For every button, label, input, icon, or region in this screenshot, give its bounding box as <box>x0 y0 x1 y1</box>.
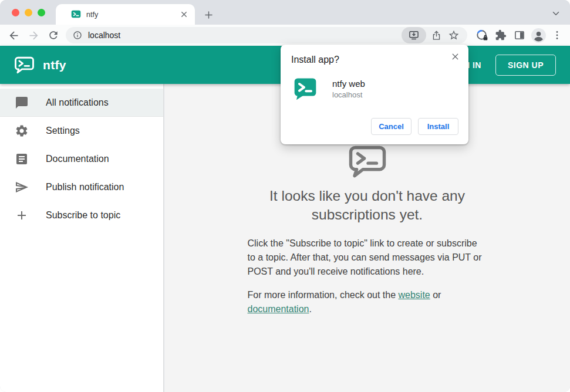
tab-search-chevron-icon[interactable] <box>550 8 562 19</box>
close-window-button[interactable] <box>12 9 19 16</box>
share-icon[interactable] <box>429 28 444 43</box>
new-tab-button[interactable] <box>202 8 215 21</box>
more-info-prefix: For more information, check out the <box>248 290 399 300</box>
sidebar-item-all-notifications[interactable]: All notifications <box>0 89 163 117</box>
sidebar-nav: All notifications Settings Documentation… <box>0 84 164 392</box>
ntfy-logo-icon <box>14 56 35 74</box>
article-icon <box>15 152 29 166</box>
gear-icon <box>15 124 29 138</box>
maximize-window-button[interactable] <box>38 9 45 16</box>
install-app-icon[interactable] <box>402 27 426 43</box>
bookmark-star-icon[interactable] <box>446 28 461 43</box>
side-panel-icon[interactable] <box>511 27 528 43</box>
forward-icon[interactable] <box>26 28 41 43</box>
website-link[interactable]: website <box>399 290 430 300</box>
window-controls <box>12 9 45 16</box>
profile-avatar[interactable] <box>530 27 547 43</box>
extensions-puzzle-icon[interactable] <box>493 27 509 43</box>
tab-title: ntfy <box>86 11 178 19</box>
browser-tab-ntfy[interactable]: ntfy <box>56 4 195 25</box>
cancel-button[interactable]: Cancel <box>371 118 412 135</box>
address-url[interactable]: localhost <box>88 31 402 40</box>
sidebar-item-settings[interactable]: Settings <box>0 117 163 145</box>
sidebar-item-publish-notification[interactable]: Publish notification <box>0 173 163 201</box>
sidebar-item-label: Settings <box>46 126 80 136</box>
dialog-close-icon[interactable] <box>449 50 461 62</box>
ntfy-app-icon <box>294 77 317 100</box>
browser-menu-kebab-icon[interactable] <box>549 27 565 43</box>
password-manager-extension-icon[interactable] <box>474 27 490 43</box>
sidebar-item-label: Publish notification <box>46 182 124 192</box>
more-info-middle: or <box>430 290 441 300</box>
sidebar-item-documentation[interactable]: Documentation <box>0 145 163 173</box>
sign-up-button[interactable]: SIGN UP <box>495 55 556 76</box>
documentation-link[interactable]: documentation <box>248 304 309 314</box>
extensions-area <box>471 27 570 43</box>
sidebar-item-subscribe-to-topic[interactable]: Subscribe to topic <box>0 201 163 229</box>
install-app-origin: localhost <box>332 90 365 99</box>
ntfy-brand: ntfy <box>14 56 66 74</box>
browser-window: ntfy localhost <box>0 0 570 392</box>
install-button[interactable]: Install <box>418 118 458 135</box>
install-dialog-title: Install app? <box>291 55 458 65</box>
sidebar-item-label: Subscribe to topic <box>46 210 120 221</box>
brand-name: ntfy <box>43 58 66 72</box>
send-icon <box>15 180 29 194</box>
site-info-icon[interactable] <box>73 31 82 40</box>
sidebar-item-label: All notifications <box>46 97 109 108</box>
empty-state-title: It looks like you don't have any subscri… <box>230 187 505 225</box>
dialog-actions: Cancel Install <box>371 118 458 135</box>
tab-close-icon[interactable] <box>178 9 189 20</box>
empty-state-body: Click the "Subscribe to topic" link to c… <box>248 236 487 279</box>
install-app-dialog: Install app? ntfy web localhost Cancel I… <box>281 45 468 144</box>
back-icon[interactable] <box>6 28 21 43</box>
ntfy-empty-state-logo-icon <box>348 145 387 178</box>
chat-icon <box>15 96 29 110</box>
install-app-row: ntfy web localhost <box>291 77 458 100</box>
more-info-suffix: . <box>309 304 311 314</box>
minimize-window-button[interactable] <box>25 9 32 16</box>
ntfy-favicon <box>71 9 81 19</box>
more-info-paragraph: For more information, check out the webs… <box>248 288 487 316</box>
address-bar[interactable]: localhost <box>66 27 467 43</box>
browser-toolbar: localhost <box>0 25 570 46</box>
sidebar-item-label: Documentation <box>46 154 109 164</box>
install-app-name: ntfy web <box>332 79 365 89</box>
reload-icon[interactable] <box>46 28 61 43</box>
tab-strip: ntfy <box>0 0 570 25</box>
plus-icon <box>15 208 29 222</box>
